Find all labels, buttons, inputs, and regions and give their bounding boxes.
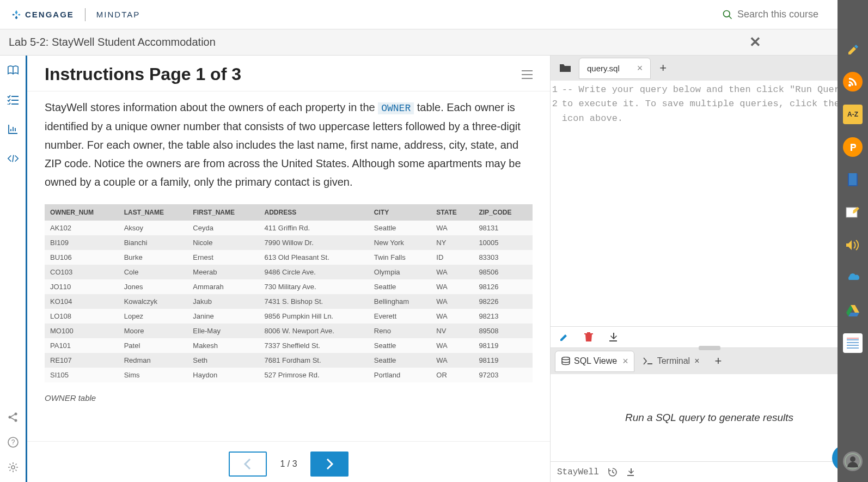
db-name[interactable]: StayWell bbox=[557, 467, 599, 477]
p-icon[interactable] bbox=[843, 137, 863, 157]
table-row: BU106BurkeErnest613 Old Pleasant St.Twin… bbox=[45, 250, 533, 265]
google-drive-icon[interactable] bbox=[843, 301, 863, 320]
sql-viewer-tab[interactable]: SQL Viewe × bbox=[555, 351, 634, 372]
profile-icon[interactable] bbox=[843, 452, 863, 471]
resize-handle[interactable] bbox=[699, 346, 720, 350]
history-icon[interactable] bbox=[608, 467, 618, 477]
table-cell: WA bbox=[431, 338, 473, 353]
table-cell: Redman bbox=[119, 353, 188, 368]
table-cell: 527 Primrose Rd. bbox=[259, 368, 369, 382]
folder-icon[interactable] bbox=[554, 63, 577, 73]
results-placeholder: Run a SQL query to generate results bbox=[625, 412, 793, 424]
database-icon bbox=[561, 357, 571, 365]
code-content[interactable]: -- Write your query below and then click… bbox=[562, 81, 868, 326]
chart-icon[interactable] bbox=[7, 123, 19, 135]
new-bottom-tab-button[interactable]: + bbox=[708, 354, 728, 368]
read-aloud-icon[interactable] bbox=[843, 235, 863, 255]
table-cell: OR bbox=[431, 368, 473, 382]
file-tab-query[interactable]: query.sql × bbox=[579, 58, 651, 79]
code-icon[interactable] bbox=[7, 152, 19, 164]
line-gutter: 12 bbox=[551, 81, 562, 326]
table-cell: Cole bbox=[119, 265, 188, 279]
close-sql-tab-icon[interactable]: × bbox=[622, 356, 628, 367]
table-cell: 7337 Sheffield St. bbox=[259, 338, 369, 353]
rss-icon[interactable] bbox=[843, 72, 863, 91]
table-cell: BI109 bbox=[45, 235, 119, 250]
table-header: ZIP_CODE bbox=[473, 204, 533, 221]
new-tab-button[interactable]: + bbox=[653, 61, 673, 75]
table-row: CO103ColeMeerab9486 Circle Ave.OlympiaWA… bbox=[45, 265, 533, 279]
notepad-icon[interactable] bbox=[843, 333, 863, 353]
edit-icon[interactable] bbox=[559, 332, 569, 342]
help-circle-icon[interactable]: ? bbox=[7, 436, 19, 448]
table-row: RE107RedmanSeth7681 Fordham St.SeattleWA… bbox=[45, 353, 533, 368]
book-icon[interactable] bbox=[7, 64, 19, 76]
download-footer-icon[interactable] bbox=[626, 468, 635, 477]
terminal-tab[interactable]: Terminal × bbox=[638, 352, 705, 370]
table-cell: Seattle bbox=[369, 221, 431, 235]
header-right: ? bbox=[722, 8, 857, 21]
ebook-icon[interactable] bbox=[843, 170, 863, 190]
pager: 1 / 3 bbox=[27, 441, 550, 482]
para-post: table. Each owner is identified by a uni… bbox=[45, 101, 521, 188]
table-header: ADDRESS bbox=[259, 204, 369, 221]
pager-next-button[interactable] bbox=[310, 452, 349, 477]
glossary-icon[interactable]: A-Z bbox=[843, 105, 863, 124]
table-cell: AK102 bbox=[45, 221, 119, 235]
table-cell: KO104 bbox=[45, 294, 119, 309]
cengage-mark-icon bbox=[11, 9, 22, 20]
table-cell: Seattle bbox=[369, 353, 431, 368]
table-cell: Aksoy bbox=[119, 221, 188, 235]
table-cell: 98213 bbox=[473, 309, 533, 324]
results-area: Run a SQL query to generate results bbox=[551, 374, 868, 461]
table-cell: Seattle bbox=[369, 279, 431, 294]
search-group[interactable] bbox=[722, 9, 835, 20]
table-cell: Lopez bbox=[119, 309, 188, 324]
table-cell: 9856 Pumpkin Hill Ln. bbox=[259, 309, 369, 324]
code-editor[interactable]: 12 -- Write your query below and then cl… bbox=[551, 81, 868, 326]
menu-icon[interactable] bbox=[522, 70, 533, 79]
gear-icon[interactable] bbox=[7, 461, 19, 473]
highlighter-icon[interactable] bbox=[843, 39, 863, 59]
table-cell: 8006 W. Newport Ave. bbox=[259, 324, 369, 338]
brand-logo-group: CENGAGE MINDTAP bbox=[11, 8, 140, 21]
table-row: BI109BianchiNicole7990 Willow Dr.New Yor… bbox=[45, 235, 533, 250]
table-cell: Sims bbox=[119, 368, 188, 382]
close-terminal-tab-icon[interactable]: × bbox=[694, 356, 699, 366]
file-tabs-bar: query.sql × + bbox=[551, 56, 868, 81]
instructions-body: StayWell stores information about the ow… bbox=[27, 91, 550, 441]
svg-point-4 bbox=[14, 419, 17, 422]
table-cell: 9486 Circle Ave. bbox=[259, 265, 369, 279]
checklist-icon[interactable] bbox=[7, 94, 19, 106]
close-tab-icon[interactable]: × bbox=[637, 63, 643, 74]
onedrive-icon[interactable] bbox=[843, 268, 863, 288]
table-cell: 98119 bbox=[473, 338, 533, 353]
top-header: CENGAGE MINDTAP ? bbox=[0, 0, 868, 29]
owner-code-token: OWNER bbox=[378, 102, 414, 114]
share-icon[interactable] bbox=[7, 411, 19, 423]
table-cell: WA bbox=[431, 279, 473, 294]
svg-point-8 bbox=[562, 357, 570, 360]
terminal-label: Terminal bbox=[657, 356, 690, 366]
sub-header: Lab 5-2: StayWell Student Accommodation … bbox=[0, 29, 868, 56]
download-icon[interactable] bbox=[608, 332, 618, 342]
bottom-tabs-bar: SQL Viewe × Terminal × + bbox=[551, 348, 868, 374]
table-row: MO100MooreElle-May8006 W. Newport Ave.Re… bbox=[45, 324, 533, 338]
brand-divider bbox=[85, 8, 85, 21]
instructions-paragraph: StayWell stores information about the ow… bbox=[45, 98, 533, 191]
table-cell: WA bbox=[431, 353, 473, 368]
table-cell: MO100 bbox=[45, 324, 119, 338]
table-cell: Makesh bbox=[187, 338, 259, 353]
pager-prev-button[interactable] bbox=[229, 452, 267, 477]
ide-panel: query.sql × + 12 -- Write your query bel… bbox=[550, 56, 868, 482]
table-cell: SI105 bbox=[45, 368, 119, 382]
search-input[interactable] bbox=[737, 9, 835, 20]
table-cell: 10005 bbox=[473, 235, 533, 250]
close-button[interactable]: ✕ bbox=[749, 34, 761, 51]
trash-icon[interactable] bbox=[584, 332, 593, 342]
table-header: STATE bbox=[431, 204, 473, 221]
table-cell: 89508 bbox=[473, 324, 533, 338]
para-pre: StayWell stores information about the ow… bbox=[45, 101, 378, 113]
notes-icon[interactable] bbox=[843, 203, 863, 222]
pager-text: 1 / 3 bbox=[280, 459, 297, 469]
